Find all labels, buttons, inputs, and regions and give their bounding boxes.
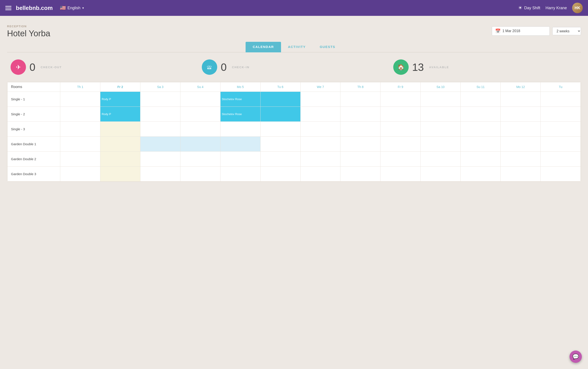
cell[interactable] <box>220 167 260 182</box>
bellhop-icon: 🛎 <box>207 64 212 71</box>
cell[interactable] <box>260 122 300 137</box>
cell[interactable] <box>340 92 381 107</box>
cell[interactable] <box>140 137 180 152</box>
cell[interactable] <box>140 122 180 137</box>
cell[interactable] <box>541 137 581 152</box>
cell[interactable] <box>140 92 180 107</box>
cell[interactable] <box>461 122 501 137</box>
cell[interactable] <box>501 167 541 182</box>
cell[interactable] <box>381 137 421 152</box>
cell[interactable] <box>140 107 180 122</box>
cell[interactable] <box>300 137 340 152</box>
cell[interactable] <box>421 152 461 167</box>
cell[interactable] <box>381 122 421 137</box>
cell[interactable] <box>541 167 581 182</box>
cell[interactable] <box>340 107 381 122</box>
cell[interactable] <box>381 152 421 167</box>
language-selector[interactable]: 🇺🇸 English ▾ <box>60 5 84 11</box>
cell[interactable] <box>501 107 541 122</box>
date-input[interactable] <box>502 29 547 33</box>
cell[interactable] <box>60 137 100 152</box>
cell[interactable] <box>340 137 381 152</box>
cell[interactable] <box>220 152 260 167</box>
cell[interactable] <box>421 167 461 182</box>
cell[interactable] <box>220 137 260 152</box>
cell[interactable] <box>60 152 100 167</box>
cell[interactable] <box>461 167 501 182</box>
cell[interactable] <box>180 92 220 107</box>
shift-label: Day Shift <box>524 6 540 10</box>
cell[interactable] <box>421 137 461 152</box>
cell[interactable] <box>180 167 220 182</box>
cell[interactable] <box>421 92 461 107</box>
cell[interactable] <box>501 92 541 107</box>
cell[interactable] <box>461 92 501 107</box>
cell[interactable] <box>300 152 340 167</box>
avatar[interactable]: HK <box>572 3 583 13</box>
cell[interactable] <box>300 167 340 182</box>
table-row: Single - 1 Rody P Stochelov Rose <box>8 92 581 107</box>
tab-calendar[interactable]: CALENDAR <box>246 42 281 52</box>
cell[interactable] <box>461 152 501 167</box>
cell[interactable] <box>100 167 140 182</box>
reception-label: RECEPTION <box>7 25 50 28</box>
shift-toggle[interactable]: ☀ Day Shift <box>518 5 540 11</box>
cell[interactable] <box>60 122 100 137</box>
cell[interactable] <box>220 122 260 137</box>
menu-icon[interactable] <box>5 6 11 10</box>
col-fr9: Fr 9 <box>381 82 421 92</box>
cell[interactable] <box>260 152 300 167</box>
cell[interactable] <box>461 137 501 152</box>
booking-cell[interactable]: Stochelov Rose <box>220 107 260 122</box>
cell[interactable] <box>541 92 581 107</box>
cell[interactable] <box>461 107 501 122</box>
cell[interactable] <box>140 152 180 167</box>
cell[interactable] <box>340 152 381 167</box>
logo[interactable]: bellebnb.com <box>16 5 53 11</box>
booking-cell[interactable]: Rody P <box>100 107 140 122</box>
house-icon: 🏠 <box>397 64 404 71</box>
cell[interactable] <box>100 152 140 167</box>
room-label: Garden Double 2 <box>8 152 60 167</box>
cell[interactable] <box>340 167 381 182</box>
cell[interactable] <box>381 92 421 107</box>
cell[interactable] <box>421 122 461 137</box>
date-picker[interactable]: 📅 <box>492 26 550 36</box>
cell[interactable] <box>60 92 100 107</box>
user-name[interactable]: Harry Krane <box>546 6 567 10</box>
cell[interactable] <box>260 137 300 152</box>
cell[interactable] <box>421 107 461 122</box>
cell[interactable] <box>300 107 340 122</box>
calendar-table-wrapper: Rooms Th 1 Fr 2 Sa 3 Su 4 Mo 5 Tu 6 We 7… <box>7 82 581 182</box>
cell[interactable] <box>541 152 581 167</box>
cell[interactable] <box>260 167 300 182</box>
cell[interactable] <box>501 122 541 137</box>
booking-cell[interactable]: Stochelov Rose <box>220 92 260 107</box>
cell[interactable] <box>541 122 581 137</box>
cell[interactable] <box>340 122 381 137</box>
cell[interactable] <box>180 107 220 122</box>
cell[interactable] <box>140 167 180 182</box>
header: bellebnb.com 🇺🇸 English ▾ ☀ Day Shift Ha… <box>0 0 588 16</box>
tab-activity[interactable]: ACTIVITY <box>281 42 313 52</box>
tab-guests[interactable]: GUESTS <box>313 42 342 52</box>
booking-cell[interactable] <box>260 92 300 107</box>
cell[interactable] <box>60 167 100 182</box>
cell[interactable] <box>541 107 581 122</box>
cell[interactable] <box>180 137 220 152</box>
cell[interactable] <box>300 122 340 137</box>
cell[interactable] <box>501 137 541 152</box>
cell[interactable] <box>60 107 100 122</box>
booking-cell[interactable]: Rody P <box>100 92 140 107</box>
cell[interactable] <box>501 152 541 167</box>
weeks-select[interactable]: 1 week 2 weeks 3 weeks 4 weeks <box>552 27 581 35</box>
chat-button[interactable]: 💬 <box>569 350 582 363</box>
cell[interactable] <box>100 122 140 137</box>
cell[interactable] <box>300 92 340 107</box>
booking-cell[interactable] <box>260 107 300 122</box>
cell[interactable] <box>381 167 421 182</box>
cell[interactable] <box>100 137 140 152</box>
cell[interactable] <box>180 152 220 167</box>
cell[interactable] <box>180 122 220 137</box>
cell[interactable] <box>381 107 421 122</box>
